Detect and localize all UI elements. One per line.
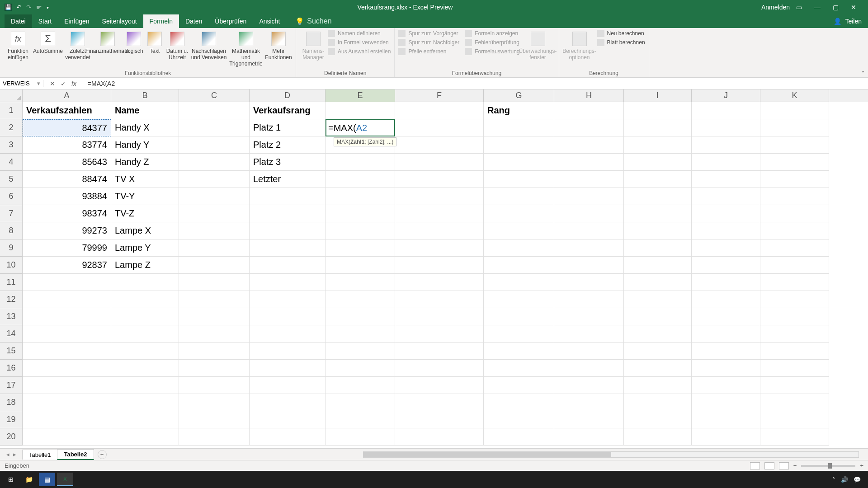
cell-E20[interactable]	[326, 428, 395, 446]
tell-me-search[interactable]: 💡 Suchen	[295, 14, 331, 28]
cell-I5[interactable]	[624, 171, 692, 188]
cell-E10[interactable]	[326, 257, 395, 274]
normal-view-button[interactable]	[750, 462, 760, 469]
cell-H1[interactable]	[554, 102, 624, 119]
cell-H15[interactable]	[554, 343, 624, 360]
cell-A18[interactable]	[23, 394, 111, 411]
cell-K17[interactable]	[760, 377, 829, 394]
cell-J17[interactable]	[692, 377, 760, 394]
cell-B5[interactable]: TV X	[111, 171, 179, 188]
cell-J5[interactable]	[692, 171, 760, 188]
cell-K3[interactable]	[760, 136, 829, 154]
cell-C11[interactable]	[179, 274, 250, 291]
cell-E9[interactable]	[326, 239, 395, 257]
row-header-17[interactable]: 17	[0, 377, 23, 394]
cell-E11[interactable]	[326, 274, 395, 291]
financial-button[interactable]: Finanzmathematik	[93, 30, 122, 67]
ribbon-display-icon[interactable]: ▭	[796, 4, 802, 11]
cell-D16[interactable]	[250, 360, 326, 377]
tab-view[interactable]: Ansicht	[253, 14, 286, 28]
tab-pagelayout[interactable]: Seitenlayout	[96, 14, 143, 28]
cell-D4[interactable]: Platz 3	[250, 154, 326, 171]
cell-H5[interactable]	[554, 171, 624, 188]
page-break-view-button[interactable]	[779, 462, 789, 469]
cell-G11[interactable]	[484, 274, 554, 291]
cell-F17[interactable]	[395, 377, 484, 394]
cell-G20[interactable]	[484, 428, 554, 446]
cell-E18[interactable]	[326, 394, 395, 411]
sheet-nav-next-icon[interactable]: ▸	[13, 451, 16, 458]
cell-B19[interactable]	[111, 411, 179, 428]
cell-C20[interactable]	[179, 428, 250, 446]
task-app-1[interactable]: ▤	[39, 473, 55, 486]
cell-K7[interactable]	[760, 205, 829, 222]
cell-J20[interactable]	[692, 428, 760, 446]
cell-J14[interactable]	[692, 325, 760, 343]
row-header-19[interactable]: 19	[0, 411, 23, 428]
cell-F10[interactable]	[395, 257, 484, 274]
cell-C8[interactable]	[179, 222, 250, 239]
cell-I20[interactable]	[624, 428, 692, 446]
cell-I11[interactable]	[624, 274, 692, 291]
cell-B8[interactable]: Lampe X	[111, 222, 179, 239]
select-all-corner[interactable]	[0, 89, 23, 102]
row-header-4[interactable]: 4	[0, 154, 23, 171]
save-icon[interactable]: 💾	[5, 4, 12, 11]
cell-D15[interactable]	[250, 343, 326, 360]
cell-A6[interactable]: 93884	[23, 188, 111, 205]
cell-E15[interactable]	[326, 343, 395, 360]
add-sheet-button[interactable]: +	[98, 450, 107, 459]
cell-G9[interactable]	[484, 239, 554, 257]
cell-K14[interactable]	[760, 325, 829, 343]
cell-H13[interactable]	[554, 308, 624, 325]
cell-C14[interactable]	[179, 325, 250, 343]
tray-up-icon[interactable]: ˄	[832, 476, 835, 483]
cell-B17[interactable]	[111, 377, 179, 394]
cell-G1[interactable]: Rang	[484, 102, 554, 119]
cell-K4[interactable]	[760, 154, 829, 171]
cell-J12[interactable]	[692, 291, 760, 308]
collapse-ribbon-icon[interactable]: ⌃	[861, 70, 865, 76]
cell-A12[interactable]	[23, 291, 111, 308]
cell-K13[interactable]	[760, 308, 829, 325]
minimize-button[interactable]: —	[808, 0, 826, 14]
cell-F12[interactable]	[395, 291, 484, 308]
task-excel[interactable]: X	[57, 473, 73, 486]
cell-C1[interactable]	[179, 102, 250, 119]
cell-D17[interactable]	[250, 377, 326, 394]
cell-F5[interactable]	[395, 171, 484, 188]
cell-G2[interactable]	[484, 119, 554, 136]
cell-J3[interactable]	[692, 136, 760, 154]
sheet-tab-1[interactable]: Tabelle1	[22, 450, 57, 460]
cell-K16[interactable]	[760, 360, 829, 377]
cell-J4[interactable]	[692, 154, 760, 171]
horizontal-scrollbar[interactable]	[363, 451, 859, 458]
cell-I13[interactable]	[624, 308, 692, 325]
zoom-out-icon[interactable]: −	[793, 462, 797, 469]
cell-H19[interactable]	[554, 411, 624, 428]
cancel-formula-icon[interactable]: ✕	[50, 80, 55, 87]
cell-A4[interactable]: 85643	[23, 154, 111, 171]
autosum-button[interactable]: ΣAutoSumme	[33, 30, 62, 67]
cell-A15[interactable]	[23, 343, 111, 360]
row-header-11[interactable]: 11	[0, 274, 23, 291]
cell-I19[interactable]	[624, 411, 692, 428]
cell-B4[interactable]: Handy Z	[111, 154, 179, 171]
cell-A14[interactable]	[23, 325, 111, 343]
column-header-G[interactable]: G	[484, 89, 554, 102]
calculate-sheet-button[interactable]: Blatt berechnen	[597, 39, 645, 46]
row-header-3[interactable]: 3	[0, 136, 23, 154]
column-header-B[interactable]: B	[111, 89, 179, 102]
zoom-slider[interactable]	[801, 465, 855, 467]
math-button[interactable]: Mathematik und Trigonometrie	[228, 30, 264, 67]
cell-C19[interactable]	[179, 411, 250, 428]
row-header-13[interactable]: 13	[0, 308, 23, 325]
cell-I16[interactable]	[624, 360, 692, 377]
cell-J7[interactable]	[692, 205, 760, 222]
cell-J16[interactable]	[692, 360, 760, 377]
cell-I14[interactable]	[624, 325, 692, 343]
cell-C6[interactable]	[179, 188, 250, 205]
cell-H6[interactable]	[554, 188, 624, 205]
cell-B16[interactable]	[111, 360, 179, 377]
cell-I8[interactable]	[624, 222, 692, 239]
